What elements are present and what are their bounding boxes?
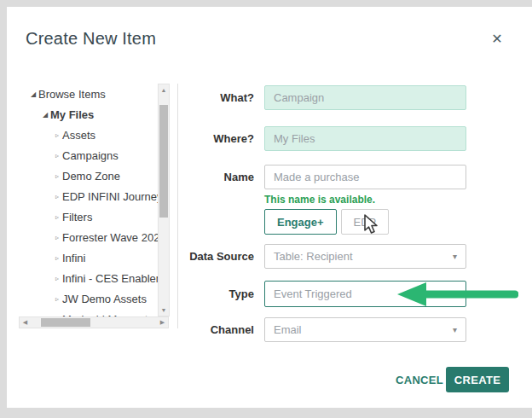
type-input[interactable]	[264, 281, 466, 307]
tree-vertical-scrollbar[interactable]: ▲ ▼	[158, 84, 170, 316]
caret-collapsed-icon[interactable]: ▹	[52, 131, 62, 139]
caret-collapsed-icon[interactable]: ▹	[52, 172, 62, 180]
tree-item-forrester-wave-2024[interactable]: ▹ Forrester Wave 2024	[26, 227, 169, 247]
tree-item-label: Forrester Wave 2024	[62, 231, 166, 244]
browse-items-tree: ◢ Browse Items ◢ My Files ▹ Assets ▹ Cam…	[26, 84, 169, 316]
scroll-down-icon[interactable]: ▼	[159, 305, 169, 316]
tree-item-infini[interactable]: ▹ Infini	[26, 247, 169, 268]
tree-item-filters[interactable]: ▹ Filters	[26, 206, 169, 227]
caret-expanded-icon[interactable]: ◢	[28, 90, 38, 98]
scroll-left-icon[interactable]: ◀	[20, 317, 31, 328]
data-source-select[interactable]: Table: Recipient ▾	[264, 244, 466, 269]
type-label: Type	[177, 281, 254, 307]
tree-item-label: Infini - CES Enablement	[62, 272, 169, 285]
page-title: Create New Item	[26, 29, 156, 49]
vertical-scroll-thumb[interactable]	[159, 105, 168, 218]
caret-collapsed-icon[interactable]: ▹	[52, 213, 62, 221]
tree-item-label: Infini	[62, 252, 85, 264]
tree-item-label: Assets	[62, 129, 95, 142]
close-icon[interactable]: ✕	[486, 27, 508, 49]
caret-collapsed-icon[interactable]: ▹	[52, 295, 62, 303]
engage-plus-button[interactable]: Engage+	[264, 209, 337, 235]
what-field: Campaign	[264, 85, 466, 110]
channel-value: Email	[274, 323, 302, 336]
tree-item-label: Filters	[62, 211, 92, 224]
create-new-item-dialog: Create New Item ✕ ◢ Browse Items ◢ My Fi…	[7, 7, 532, 408]
what-label: What?	[177, 85, 254, 110]
tree-horizontal-scrollbar[interactable]: ◀ ▶	[19, 316, 169, 328]
where-label: Where?	[177, 126, 254, 151]
name-availability-message: This name is available.	[264, 194, 375, 206]
tree-item-infini-ces-enablement[interactable]: ▹ Infini - CES Enablement	[26, 268, 169, 288]
tree-item-browse-items[interactable]: ◢ Browse Items	[26, 84, 169, 104]
data-source-value: Table: Recipient	[274, 250, 353, 263]
chevron-down-icon: ▾	[453, 325, 457, 334]
scroll-right-icon[interactable]: ▶	[157, 317, 168, 328]
mouse-cursor-icon	[362, 214, 379, 240]
tree-item-label: EDP INFINI Journeys	[62, 190, 168, 203]
tree-item-label: Demo Zone	[62, 170, 120, 183]
data-source-label: Data Source	[177, 244, 254, 269]
tree-item-my-files[interactable]: ◢ My Files	[26, 104, 169, 125]
caret-collapsed-icon[interactable]: ▹	[52, 234, 62, 241]
scroll-up-icon[interactable]: ▲	[159, 84, 169, 96]
tree-item-label: My Files	[50, 108, 94, 121]
name-label: Name	[177, 165, 254, 189]
caret-collapsed-icon[interactable]: ▹	[52, 193, 62, 200]
caret-expanded-icon[interactable]: ◢	[40, 111, 50, 119]
channel-label: Channel	[177, 317, 254, 342]
where-field: My Files	[264, 126, 466, 151]
name-input[interactable]	[264, 165, 466, 189]
tree-item-edp-infini-journeys[interactable]: ▹ EDP INFINI Journeys	[26, 186, 169, 206]
caret-collapsed-icon[interactable]: ▹	[52, 152, 62, 160]
tree-item-marigold-moments[interactable]: ▹ Marigold Moments	[26, 309, 169, 316]
create-button[interactable]: CREATE	[446, 367, 509, 392]
channel-select[interactable]: Email ▾	[264, 317, 466, 342]
tree-item-jw-demo-assets[interactable]: ▹ JW Demo Assets	[26, 288, 169, 309]
tree-item-campaigns[interactable]: ▹ Campaigns	[26, 145, 169, 165]
tree-item-label: Campaigns	[62, 149, 119, 162]
tree-item-label: Browse Items	[38, 88, 106, 101]
horizontal-scroll-thumb[interactable]	[41, 318, 90, 327]
caret-collapsed-icon[interactable]: ▹	[52, 275, 62, 282]
tree-item-demo-zone[interactable]: ▹ Demo Zone	[26, 165, 169, 186]
caret-collapsed-icon[interactable]: ▹	[52, 254, 62, 262]
chevron-down-icon: ▾	[453, 252, 457, 261]
tree-item-assets[interactable]: ▹ Assets	[26, 125, 169, 145]
tree-item-label: JW Demo Assets	[62, 293, 147, 305]
